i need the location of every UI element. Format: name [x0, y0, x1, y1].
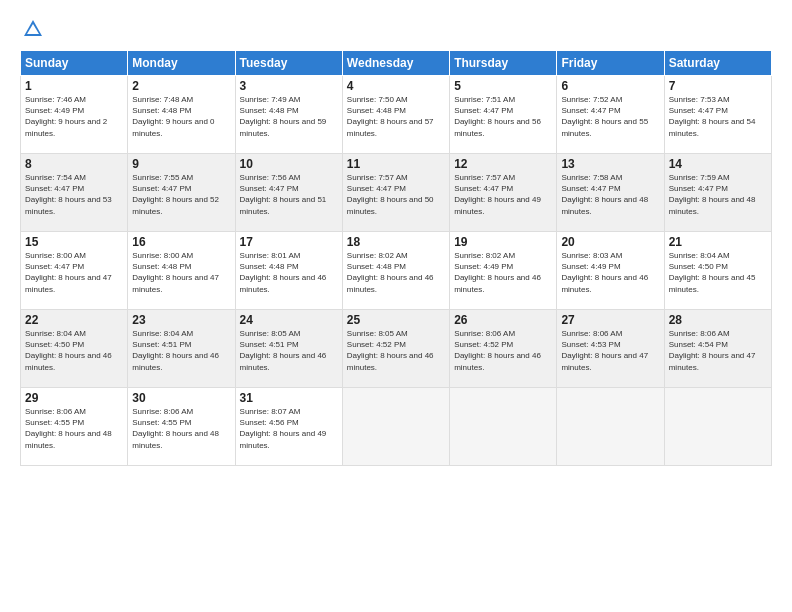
- calendar-cell: 5 Sunrise: 7:51 AMSunset: 4:47 PMDayligh…: [450, 76, 557, 154]
- calendar-cell: 1 Sunrise: 7:46 AMSunset: 4:49 PMDayligh…: [21, 76, 128, 154]
- day-info: Sunrise: 7:58 AMSunset: 4:47 PMDaylight:…: [561, 173, 648, 216]
- day-number: 15: [25, 235, 123, 249]
- day-number: 9: [132, 157, 230, 171]
- day-info: Sunrise: 7:52 AMSunset: 4:47 PMDaylight:…: [561, 95, 648, 138]
- calendar-cell: [664, 388, 771, 466]
- day-number: 13: [561, 157, 659, 171]
- day-number: 12: [454, 157, 552, 171]
- day-number: 26: [454, 313, 552, 327]
- calendar-week-row: 1 Sunrise: 7:46 AMSunset: 4:49 PMDayligh…: [21, 76, 772, 154]
- day-info: Sunrise: 7:57 AMSunset: 4:47 PMDaylight:…: [454, 173, 541, 216]
- day-number: 11: [347, 157, 445, 171]
- calendar-cell: 7 Sunrise: 7:53 AMSunset: 4:47 PMDayligh…: [664, 76, 771, 154]
- calendar-cell: 12 Sunrise: 7:57 AMSunset: 4:47 PMDaylig…: [450, 154, 557, 232]
- logo: [20, 18, 44, 40]
- day-info: Sunrise: 8:06 AMSunset: 4:53 PMDaylight:…: [561, 329, 648, 372]
- day-number: 21: [669, 235, 767, 249]
- calendar-cell: 21 Sunrise: 8:04 AMSunset: 4:50 PMDaylig…: [664, 232, 771, 310]
- day-info: Sunrise: 8:00 AMSunset: 4:48 PMDaylight:…: [132, 251, 219, 294]
- day-number: 14: [669, 157, 767, 171]
- day-info: Sunrise: 7:55 AMSunset: 4:47 PMDaylight:…: [132, 173, 219, 216]
- day-info: Sunrise: 8:01 AMSunset: 4:48 PMDaylight:…: [240, 251, 327, 294]
- calendar-cell: 28 Sunrise: 8:06 AMSunset: 4:54 PMDaylig…: [664, 310, 771, 388]
- day-info: Sunrise: 8:06 AMSunset: 4:55 PMDaylight:…: [25, 407, 112, 450]
- calendar-cell: 24 Sunrise: 8:05 AMSunset: 4:51 PMDaylig…: [235, 310, 342, 388]
- day-number: 30: [132, 391, 230, 405]
- calendar-cell: 17 Sunrise: 8:01 AMSunset: 4:48 PMDaylig…: [235, 232, 342, 310]
- calendar-week-row: 29 Sunrise: 8:06 AMSunset: 4:55 PMDaylig…: [21, 388, 772, 466]
- calendar-cell: 26 Sunrise: 8:06 AMSunset: 4:52 PMDaylig…: [450, 310, 557, 388]
- calendar-cell: 16 Sunrise: 8:00 AMSunset: 4:48 PMDaylig…: [128, 232, 235, 310]
- calendar-cell: 3 Sunrise: 7:49 AMSunset: 4:48 PMDayligh…: [235, 76, 342, 154]
- day-number: 16: [132, 235, 230, 249]
- calendar-cell: 23 Sunrise: 8:04 AMSunset: 4:51 PMDaylig…: [128, 310, 235, 388]
- day-number: 4: [347, 79, 445, 93]
- calendar-cell: 20 Sunrise: 8:03 AMSunset: 4:49 PMDaylig…: [557, 232, 664, 310]
- calendar-cell: 4 Sunrise: 7:50 AMSunset: 4:48 PMDayligh…: [342, 76, 449, 154]
- page: SundayMondayTuesdayWednesdayThursdayFrid…: [0, 0, 792, 612]
- calendar-cell: 18 Sunrise: 8:02 AMSunset: 4:48 PMDaylig…: [342, 232, 449, 310]
- day-info: Sunrise: 8:02 AMSunset: 4:48 PMDaylight:…: [347, 251, 434, 294]
- calendar-cell: 6 Sunrise: 7:52 AMSunset: 4:47 PMDayligh…: [557, 76, 664, 154]
- day-number: 29: [25, 391, 123, 405]
- calendar-cell: [342, 388, 449, 466]
- calendar-cell: [450, 388, 557, 466]
- calendar-cell: 9 Sunrise: 7:55 AMSunset: 4:47 PMDayligh…: [128, 154, 235, 232]
- day-info: Sunrise: 8:05 AMSunset: 4:52 PMDaylight:…: [347, 329, 434, 372]
- calendar-cell: 25 Sunrise: 8:05 AMSunset: 4:52 PMDaylig…: [342, 310, 449, 388]
- day-number: 19: [454, 235, 552, 249]
- day-info: Sunrise: 8:07 AMSunset: 4:56 PMDaylight:…: [240, 407, 327, 450]
- day-number: 3: [240, 79, 338, 93]
- calendar-header-row: SundayMondayTuesdayWednesdayThursdayFrid…: [21, 51, 772, 76]
- calendar-cell: 19 Sunrise: 8:02 AMSunset: 4:49 PMDaylig…: [450, 232, 557, 310]
- day-number: 7: [669, 79, 767, 93]
- calendar-week-row: 8 Sunrise: 7:54 AMSunset: 4:47 PMDayligh…: [21, 154, 772, 232]
- day-number: 20: [561, 235, 659, 249]
- day-info: Sunrise: 8:06 AMSunset: 4:54 PMDaylight:…: [669, 329, 756, 372]
- day-number: 22: [25, 313, 123, 327]
- weekday-header: Wednesday: [342, 51, 449, 76]
- day-number: 2: [132, 79, 230, 93]
- weekday-header: Tuesday: [235, 51, 342, 76]
- day-info: Sunrise: 7:53 AMSunset: 4:47 PMDaylight:…: [669, 95, 756, 138]
- day-number: 10: [240, 157, 338, 171]
- day-info: Sunrise: 7:46 AMSunset: 4:49 PMDaylight:…: [25, 95, 107, 138]
- calendar-cell: 31 Sunrise: 8:07 AMSunset: 4:56 PMDaylig…: [235, 388, 342, 466]
- day-number: 28: [669, 313, 767, 327]
- calendar-cell: 11 Sunrise: 7:57 AMSunset: 4:47 PMDaylig…: [342, 154, 449, 232]
- day-info: Sunrise: 7:51 AMSunset: 4:47 PMDaylight:…: [454, 95, 541, 138]
- day-info: Sunrise: 7:48 AMSunset: 4:48 PMDaylight:…: [132, 95, 214, 138]
- day-info: Sunrise: 7:56 AMSunset: 4:47 PMDaylight:…: [240, 173, 327, 216]
- day-number: 8: [25, 157, 123, 171]
- calendar-cell: 22 Sunrise: 8:04 AMSunset: 4:50 PMDaylig…: [21, 310, 128, 388]
- day-info: Sunrise: 8:05 AMSunset: 4:51 PMDaylight:…: [240, 329, 327, 372]
- day-number: 23: [132, 313, 230, 327]
- day-info: Sunrise: 8:02 AMSunset: 4:49 PMDaylight:…: [454, 251, 541, 294]
- day-number: 17: [240, 235, 338, 249]
- calendar-cell: 10 Sunrise: 7:56 AMSunset: 4:47 PMDaylig…: [235, 154, 342, 232]
- calendar-cell: 14 Sunrise: 7:59 AMSunset: 4:47 PMDaylig…: [664, 154, 771, 232]
- weekday-header: Saturday: [664, 51, 771, 76]
- calendar-cell: 2 Sunrise: 7:48 AMSunset: 4:48 PMDayligh…: [128, 76, 235, 154]
- day-info: Sunrise: 8:03 AMSunset: 4:49 PMDaylight:…: [561, 251, 648, 294]
- calendar-cell: [557, 388, 664, 466]
- weekday-header: Monday: [128, 51, 235, 76]
- day-number: 5: [454, 79, 552, 93]
- header: [20, 18, 772, 40]
- day-info: Sunrise: 7:54 AMSunset: 4:47 PMDaylight:…: [25, 173, 112, 216]
- calendar-cell: 15 Sunrise: 8:00 AMSunset: 4:47 PMDaylig…: [21, 232, 128, 310]
- day-info: Sunrise: 8:06 AMSunset: 4:52 PMDaylight:…: [454, 329, 541, 372]
- day-info: Sunrise: 8:06 AMSunset: 4:55 PMDaylight:…: [132, 407, 219, 450]
- calendar-week-row: 15 Sunrise: 8:00 AMSunset: 4:47 PMDaylig…: [21, 232, 772, 310]
- day-number: 24: [240, 313, 338, 327]
- calendar-cell: 29 Sunrise: 8:06 AMSunset: 4:55 PMDaylig…: [21, 388, 128, 466]
- day-info: Sunrise: 7:49 AMSunset: 4:48 PMDaylight:…: [240, 95, 327, 138]
- calendar-table: SundayMondayTuesdayWednesdayThursdayFrid…: [20, 50, 772, 466]
- calendar-cell: 13 Sunrise: 7:58 AMSunset: 4:47 PMDaylig…: [557, 154, 664, 232]
- day-number: 31: [240, 391, 338, 405]
- day-info: Sunrise: 8:04 AMSunset: 4:50 PMDaylight:…: [669, 251, 756, 294]
- day-number: 27: [561, 313, 659, 327]
- calendar-cell: 30 Sunrise: 8:06 AMSunset: 4:55 PMDaylig…: [128, 388, 235, 466]
- day-info: Sunrise: 8:04 AMSunset: 4:50 PMDaylight:…: [25, 329, 112, 372]
- day-number: 1: [25, 79, 123, 93]
